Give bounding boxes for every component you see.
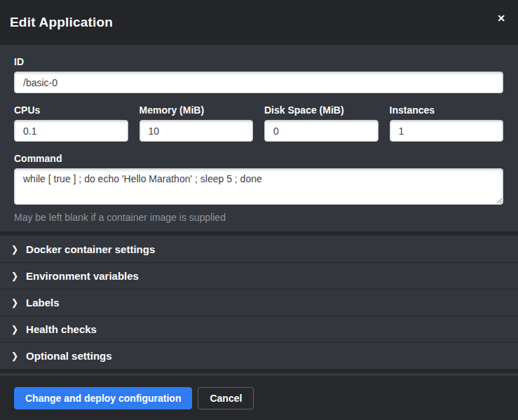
command-textarea[interactable]: while [ true ] ; do echo 'Hello Marathon… xyxy=(14,168,503,205)
cpus-input[interactable] xyxy=(14,120,128,142)
chevron-right-icon: ❯ xyxy=(11,244,18,255)
section-label: Optional settings xyxy=(26,350,112,362)
instances-field-group: Instances xyxy=(390,104,504,142)
section-label: Docker container settings xyxy=(26,243,155,255)
close-icon[interactable]: ✕ xyxy=(494,11,508,25)
modal-title: Edit Application xyxy=(10,15,113,30)
id-input[interactable] xyxy=(14,72,503,93)
resources-row: CPUs Memory (MiB) Disk Space (MiB) Insta… xyxy=(14,104,503,142)
cpus-field-group: CPUs xyxy=(14,104,128,142)
section-label: Environment variables xyxy=(26,270,139,282)
modal-footer: Change and deploy configuration Cancel xyxy=(0,376,518,420)
section-label: Labels xyxy=(26,297,60,309)
section-label: Health checks xyxy=(26,323,97,335)
section-optional-settings[interactable]: ❯ Optional settings xyxy=(0,342,518,369)
accordion-sections: ❯ Docker container settings ❯ Environmen… xyxy=(0,231,518,373)
id-field-group: ID xyxy=(14,56,503,93)
command-help-text: May be left blank if a container image i… xyxy=(14,212,503,223)
change-and-deploy-button[interactable]: Change and deploy configuration xyxy=(14,387,192,409)
chevron-right-icon: ❯ xyxy=(11,351,18,361)
edit-application-modal: Edit Application ✕ ID CPUs Memory (MiB) … xyxy=(0,0,518,420)
chevron-right-icon: ❯ xyxy=(11,324,18,334)
memory-label: Memory (MiB) xyxy=(139,104,254,116)
section-labels[interactable]: ❯ Labels xyxy=(0,289,518,316)
section-docker-container-settings[interactable]: ❯ Docker container settings xyxy=(0,236,518,262)
modal-body: ID CPUs Memory (MiB) Disk Space (MiB) In… xyxy=(0,45,518,376)
disk-field-group: Disk Space (MiB) xyxy=(264,104,379,142)
section-health-checks[interactable]: ❯ Health checks xyxy=(0,316,518,342)
command-field-group: Command while [ true ] ; do echo 'Hello … xyxy=(14,153,503,223)
modal-header: Edit Application ✕ xyxy=(0,0,518,45)
memory-field-group: Memory (MiB) xyxy=(139,104,254,142)
chevron-right-icon: ❯ xyxy=(11,297,18,308)
chevron-right-icon: ❯ xyxy=(11,271,18,281)
instances-label: Instances xyxy=(390,104,504,116)
disk-input[interactable] xyxy=(264,120,379,142)
cpus-label: CPUs xyxy=(14,104,128,116)
command-label: Command xyxy=(14,153,503,164)
instances-input[interactable] xyxy=(390,120,504,142)
section-environment-variables[interactable]: ❯ Environment variables xyxy=(0,262,518,289)
disk-label: Disk Space (MiB) xyxy=(264,104,379,116)
memory-input[interactable] xyxy=(139,120,254,142)
id-label: ID xyxy=(14,56,503,67)
cancel-button[interactable]: Cancel xyxy=(198,387,254,409)
